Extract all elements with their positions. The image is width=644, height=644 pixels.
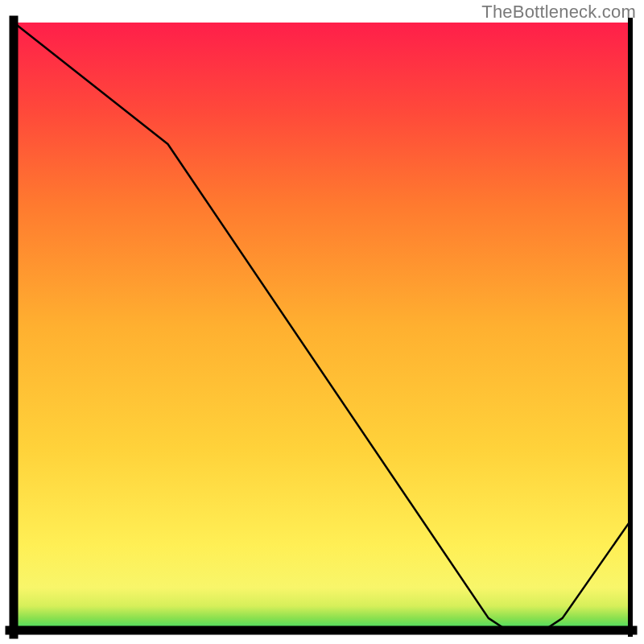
chart-container: TheBottleneck.com <box>0 0 644 644</box>
attribution-watermark: TheBottleneck.com <box>481 2 636 23</box>
plot-background <box>14 23 630 630</box>
bottleneck-chart <box>0 0 644 644</box>
